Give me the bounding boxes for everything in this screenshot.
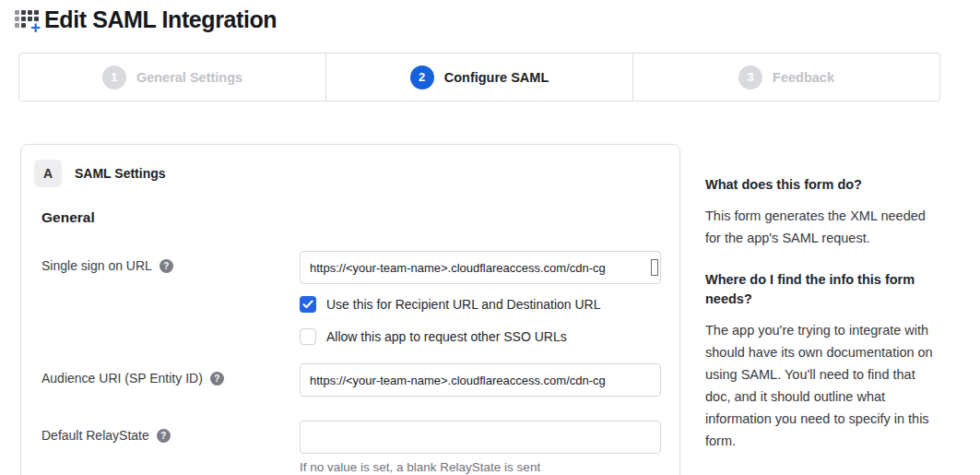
recipient-url-checkbox-label: Use this for Recipient URL and Destinati… bbox=[326, 297, 601, 312]
step-1-label: General Settings bbox=[136, 70, 242, 85]
default-relaystate-label: Default RelayState bbox=[41, 428, 149, 443]
app-grid-plus-icon: + bbox=[14, 7, 41, 32]
plus-icon: + bbox=[30, 18, 41, 36]
page-header: + Edit SAML Integration bbox=[14, 6, 277, 33]
section-a-badge: A bbox=[34, 160, 62, 187]
edit-saml-integration-page: + Edit SAML Integration 1 General Settin… bbox=[0, 0, 980, 475]
other-sso-urls-checkbox-row[interactable]: Allow this app to request other SSO URLs bbox=[300, 328, 661, 345]
text-cursor bbox=[651, 259, 658, 276]
step-2-label: Configure SAML bbox=[444, 70, 549, 85]
audience-uri-label-group: Audience URI (SP Entity ID) ? bbox=[41, 371, 224, 386]
section-header: A SAML Settings bbox=[34, 160, 166, 187]
step-3-number-badge: 3 bbox=[738, 65, 762, 89]
single-sign-on-url-label-group: Single sign on URL ? bbox=[41, 258, 173, 273]
help-answer-1: This form generates the XML needed for t… bbox=[705, 205, 938, 249]
audience-uri-label: Audience URI (SP Entity ID) bbox=[41, 371, 203, 386]
step-1-number-badge: 1 bbox=[102, 65, 126, 89]
single-sign-on-url-label: Single sign on URL bbox=[41, 258, 152, 273]
help-icon[interactable]: ? bbox=[157, 429, 171, 443]
step-3-label: Feedback bbox=[773, 70, 834, 85]
other-sso-urls-checkbox-label: Allow this app to request other SSO URLs bbox=[326, 329, 567, 344]
step-general-settings[interactable]: 1 General Settings bbox=[19, 53, 325, 101]
wizard-steps: 1 General Settings 2 Configure SAML 3 Fe… bbox=[18, 53, 940, 101]
page-title: Edit SAML Integration bbox=[44, 6, 277, 33]
checkmark-icon bbox=[302, 300, 313, 309]
help-answer-2: The app you're trying to integrate with … bbox=[705, 319, 938, 452]
step-configure-saml[interactable]: 2 Configure SAML bbox=[325, 53, 632, 101]
single-sign-on-url-input[interactable] bbox=[300, 251, 661, 284]
audience-uri-input[interactable] bbox=[300, 363, 661, 397]
saml-settings-panel: A SAML Settings General Single sign on U… bbox=[20, 144, 680, 475]
other-sso-urls-checkbox[interactable] bbox=[300, 328, 316, 345]
help-sidebar: What does this form do? This form genera… bbox=[705, 175, 938, 473]
default-relaystate-label-group: Default RelayState ? bbox=[41, 428, 171, 443]
step-2-number-badge: 2 bbox=[410, 65, 434, 89]
help-question-1: What does this form do? bbox=[705, 175, 938, 195]
step-feedback[interactable]: 3 Feedback bbox=[632, 53, 939, 101]
default-relaystate-input[interactable] bbox=[300, 421, 661, 454]
section-title: SAML Settings bbox=[75, 166, 166, 181]
single-sign-on-url-input-wrap bbox=[300, 251, 661, 284]
help-icon[interactable]: ? bbox=[159, 259, 173, 273]
help-question-2: Where do I find the info this form needs… bbox=[705, 270, 938, 309]
help-icon[interactable]: ? bbox=[210, 372, 224, 386]
relaystate-hint: If no value is set, a blank RelayState i… bbox=[300, 460, 661, 474]
recipient-url-checkbox[interactable] bbox=[300, 296, 316, 313]
recipient-url-checkbox-row[interactable]: Use this for Recipient URL and Destinati… bbox=[300, 296, 661, 313]
general-group-title: General bbox=[41, 209, 95, 226]
